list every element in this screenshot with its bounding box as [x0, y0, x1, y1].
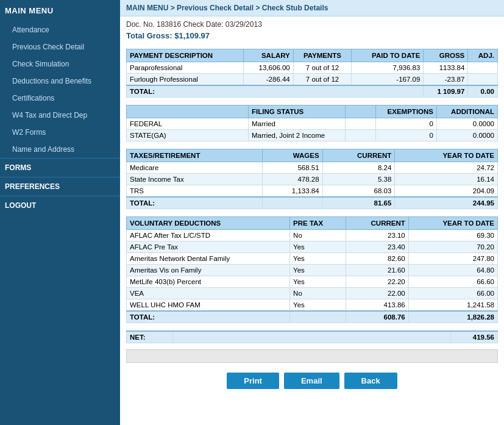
taxes-wages: 478.28 — [263, 174, 322, 185]
taxes-total-current: 81.65 — [322, 197, 395, 209]
sidebar-item-check-simulation[interactable]: Check Simulation — [0, 55, 120, 73]
sidebar-item-name-address[interactable]: Name and Address — [0, 141, 120, 158]
taxes-total-ytd: 244.95 — [395, 197, 498, 209]
doc-info: Doc. No. 183816 Check Date: 03/29/2013 — [120, 16, 504, 30]
taxes-col-name: TAXES/RETIREMENT — [127, 149, 263, 162]
payment-salary: 13,606.00 — [244, 62, 293, 74]
vol-col-pretax: PRE TAX — [290, 217, 346, 230]
net-value: 419.56 — [451, 331, 498, 343]
taxes-ytd: 204.09 — [395, 185, 498, 198]
net-section: NET: 419.56 — [126, 330, 498, 343]
net-table: NET: 419.56 — [126, 330, 498, 343]
sidebar-logout-header[interactable]: LOGOUT — [0, 196, 120, 215]
vol-ytd: 1,241.58 — [408, 299, 497, 312]
payment-total-label: TOTAL: — [127, 85, 424, 98]
filing-col-exemptions: EXEMPTIONS — [376, 105, 437, 118]
taxes-wages: 568.51 — [263, 162, 322, 174]
taxes-current: 5.38 — [322, 174, 395, 185]
payment-gross: -23.87 — [424, 74, 468, 86]
vol-current: 82.60 — [346, 253, 408, 265]
vol-pretax: Yes — [290, 276, 346, 288]
payment-paid-to-date: -167.09 — [352, 74, 424, 86]
payment-col-description: PAYMENT DESCRIPTION — [127, 49, 244, 62]
taxes-name: TRS — [127, 185, 263, 198]
email-button[interactable]: Email — [284, 373, 339, 389]
taxes-row: TRS 1,133.84 68.03 204.09 — [127, 185, 498, 198]
sidebar-item-certifications[interactable]: Certifications — [0, 90, 120, 107]
taxes-name: State Income Tax — [127, 174, 263, 185]
filing-section: FILING STATUS EXEMPTIONS ADDITIONAL FEDE… — [126, 105, 498, 141]
payment-col-salary: SALARY — [244, 49, 293, 62]
voluntary-row: MetLife 403(b) Percent Yes 22.20 66.60 — [127, 276, 498, 288]
vol-current: 22.20 — [346, 276, 408, 288]
vol-name: WELL UHC HMO FAM — [127, 299, 290, 312]
filing-status: Married, Joint 2 Income — [249, 130, 346, 141]
filing-spacer — [346, 118, 376, 130]
vol-current: 21.60 — [346, 265, 408, 276]
taxes-current: 68.03 — [322, 185, 395, 198]
vol-current: 413.86 — [346, 299, 408, 312]
vol-pretax: Yes — [290, 299, 346, 312]
sidebar-item-w4[interactable]: W4 Tax and Direct Dep — [0, 107, 120, 124]
payment-col-payments: PAYMENTS — [293, 49, 352, 62]
sidebar-item-deductions-benefits[interactable]: Deductions and Benefits — [0, 73, 120, 90]
payment-adj — [468, 74, 498, 86]
voluntary-row: WELL UHC HMO FAM Yes 413.86 1,241.58 — [127, 299, 498, 312]
filing-exemptions: 0 — [376, 130, 437, 141]
filing-col-additional: ADDITIONAL — [437, 105, 498, 118]
voluntary-total-row: TOTAL: 608.76 1,826.28 — [127, 311, 498, 323]
vol-total-ytd: 1,826.28 — [408, 311, 497, 323]
vol-pretax: No — [290, 288, 346, 299]
main-content: MAIN MENU > Previous Check Detail > Chec… — [120, 0, 504, 425]
vol-current: 23.10 — [346, 230, 408, 241]
net-spacer — [173, 331, 451, 343]
payment-col-adj: ADJ. — [468, 49, 498, 62]
payment-table: PAYMENT DESCRIPTION SALARY PAYMENTS PAID… — [126, 49, 498, 98]
voluntary-section: VOLUNTARY DEDUCTIONS PRE TAX CURRENT YEA… — [126, 216, 498, 323]
sidebar: MAIN MENU Attendance Previous Check Deta… — [0, 0, 120, 425]
sidebar-header: MAIN MENU — [0, 0, 120, 21]
taxes-wages: 1,133.84 — [263, 185, 322, 198]
taxes-col-current: CURRENT — [322, 149, 395, 162]
filing-additional: 0.0000 — [437, 130, 498, 141]
voluntary-row: Ameritas Network Dental Family Yes 82.60… — [127, 253, 498, 265]
vol-col-current: CURRENT — [346, 217, 408, 230]
vol-name: Ameritas Vis on Family — [127, 265, 290, 276]
taxes-ytd: 24.72 — [395, 162, 498, 174]
payment-description: Paraprofessional — [127, 62, 244, 74]
filing-row: STATE(GA) Married, Joint 2 Income 0 0.00… — [127, 130, 498, 141]
sidebar-item-w2[interactable]: W2 Forms — [0, 124, 120, 141]
vol-total-current: 608.76 — [346, 311, 408, 323]
taxes-col-wages: WAGES — [263, 149, 322, 162]
voluntary-row: VEA No 22.00 66.00 — [127, 288, 498, 299]
payment-row: Furlough Professional -286.44 7 out of 1… — [127, 74, 498, 86]
payment-col-paid-to-date: PAID TO DATE — [352, 49, 424, 62]
vol-ytd: 247.80 — [408, 253, 497, 265]
vol-ytd: 69.30 — [408, 230, 497, 241]
vol-pretax: No — [290, 230, 346, 241]
taxes-row: State Income Tax 478.28 5.38 16.14 — [127, 174, 498, 185]
vol-name: VEA — [127, 288, 290, 299]
filing-col-status: FILING STATUS — [249, 105, 346, 118]
taxes-ytd: 16.14 — [395, 174, 498, 185]
payment-col-gross: GROSS — [424, 49, 468, 62]
print-button[interactable]: Print — [227, 373, 279, 389]
voluntary-table: VOLUNTARY DEDUCTIONS PRE TAX CURRENT YEA… — [126, 216, 498, 323]
payment-description: Furlough Professional — [127, 74, 244, 86]
filing-col-entity — [127, 105, 249, 118]
taxes-name: Medicare — [127, 162, 263, 174]
button-bar: Print Email Back — [120, 365, 504, 394]
sidebar-item-previous-check-detail[interactable]: Previous Check Detail — [0, 38, 120, 55]
taxes-total-wages — [263, 197, 322, 209]
back-button[interactable]: Back — [344, 373, 397, 389]
sidebar-item-attendance[interactable]: Attendance — [0, 21, 120, 38]
payment-total-gross: 1 109.97 — [424, 85, 468, 98]
vol-name: AFLAC Pre Tax — [127, 241, 290, 253]
vol-name: MetLife 403(b) Percent — [127, 276, 290, 288]
filing-table: FILING STATUS EXEMPTIONS ADDITIONAL FEDE… — [126, 105, 498, 141]
filing-status: Married — [249, 118, 346, 130]
taxes-row: Medicare 568.51 8.24 24.72 — [127, 162, 498, 174]
vol-pretax: Yes — [290, 265, 346, 276]
vol-ytd: 66.60 — [408, 276, 497, 288]
filing-additional: 0.0000 — [437, 118, 498, 130]
